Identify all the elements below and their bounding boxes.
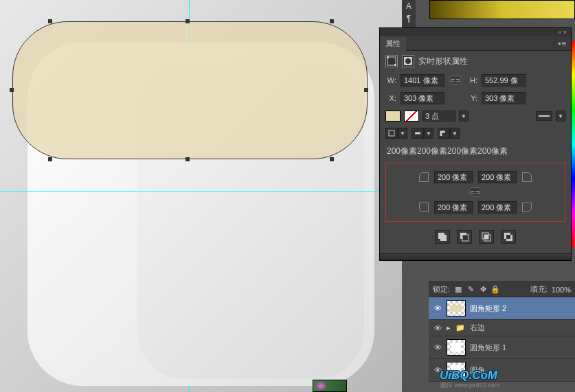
x-input[interactable]	[401, 92, 444, 104]
stroke-caps-dropdown[interactable]	[411, 128, 424, 139]
lock-pixels-icon[interactable]: ✎	[466, 286, 475, 294]
visibility-eye-icon[interactable]: 👁	[433, 324, 442, 332]
corner-tr-input[interactable]	[478, 171, 517, 183]
layer-name[interactable]: 圆角矩形 2	[470, 303, 506, 314]
anchor-point[interactable]	[330, 157, 334, 161]
fill-opacity-value[interactable]: 100%	[552, 286, 571, 294]
stroke-align-dropdown[interactable]	[385, 128, 398, 139]
fill-color-swatch[interactable]	[385, 111, 401, 122]
visibility-eye-icon[interactable]: 👁	[433, 343, 442, 351]
width-label: W:	[385, 76, 396, 84]
height-input[interactable]	[482, 74, 526, 87]
chevron-down-icon[interactable]: ▼	[424, 128, 433, 139]
anchor-point[interactable]	[48, 157, 52, 161]
corner-tl-input[interactable]	[434, 171, 473, 183]
stroke-width-dropdown-icon[interactable]: ▼	[459, 111, 469, 122]
layers-panel: 锁定: ▩ ✎ ✥ 🔒 填充: 100% 👁 圆角矩形 2 👁 ▸ 📁 右边 👁…	[429, 281, 575, 382]
shape-rounded-rect-2-selected[interactable]	[12, 21, 368, 159]
xy-row: X: Y:	[380, 89, 571, 107]
watermark-subtext: 图库 www.psd12.com	[440, 381, 499, 390]
panel-subtitle-row: 实时形状属性	[380, 51, 571, 71]
svg-rect-13	[484, 235, 488, 239]
corner-tr-icon	[522, 172, 532, 182]
pathfinder-unite-button[interactable]	[435, 230, 450, 244]
anchor-point[interactable]	[185, 157, 190, 161]
properties-panel: « × 属性 ▪≡ 实时形状属性 W: ⊂⊃ H: X: Y: ▼ ▼ ▼	[379, 27, 572, 261]
svg-rect-8	[440, 235, 447, 241]
stroke-color-swatch[interactable]	[404, 111, 419, 122]
x-label: X:	[385, 94, 396, 102]
corner-br-icon	[522, 203, 532, 212]
expand-arrow-icon[interactable]: ▸	[447, 323, 451, 332]
stroke-style-dropdown-icon[interactable]: ▼	[556, 111, 565, 122]
canvas[interactable]	[0, 0, 402, 392]
layer-row-selected[interactable]: 👁 圆角矩形 2	[429, 297, 575, 320]
layer-row[interactable]: 👁 ▸ 📁 右边	[429, 320, 575, 336]
stroke-corners-dropdown[interactable]	[438, 128, 450, 139]
taskbar-thumb	[313, 380, 347, 392]
corner-br-input[interactable]	[478, 201, 517, 214]
corner-tl-icon	[419, 172, 429, 182]
chevron-down-icon[interactable]: ▼	[398, 128, 407, 139]
y-input[interactable]	[482, 92, 526, 104]
svg-rect-10	[462, 235, 469, 241]
stroke-style-dropdown[interactable]	[536, 111, 552, 121]
layer-name[interactable]: 右边	[470, 323, 485, 333]
corner-radius-summary: 200像素200像素200像素200像素	[380, 141, 571, 161]
stroke-align-row: ▼ ▼ ▼	[380, 125, 571, 141]
color-strip[interactable]	[572, 41, 575, 247]
corner-radius-group: ⊂⊃	[385, 163, 565, 222]
pathfinder-row	[380, 223, 571, 253]
gradient-preview[interactable]	[429, 0, 575, 19]
svg-rect-5	[389, 130, 394, 136]
visibility-eye-icon[interactable]: 👁	[433, 304, 442, 312]
fill-stroke-row: ▼ ▼	[380, 107, 571, 125]
chevron-down-icon[interactable]: ▼	[450, 128, 460, 139]
panel-titlebar: 属性 ▪≡	[380, 36, 571, 51]
anchor-point[interactable]	[364, 88, 368, 92]
corner-bl-input[interactable]	[434, 201, 473, 214]
svg-point-4	[405, 58, 411, 64]
type-tool-a[interactable]: A	[402, 1, 416, 11]
watermark-logo: UiBQ.CoM	[440, 369, 497, 382]
lock-position-icon[interactable]: ✥	[479, 286, 487, 294]
pathfinder-exclude-button[interactable]	[501, 230, 516, 244]
anchor-point[interactable]	[185, 19, 190, 23]
anchor-point[interactable]	[330, 19, 334, 23]
link-wh-icon[interactable]: ⊂⊃	[449, 76, 462, 85]
panel-subtitle: 实时形状属性	[418, 56, 468, 67]
panel-collapse-icon[interactable]: « ×	[556, 29, 569, 36]
paragraph-icon[interactable]: ¶	[402, 14, 416, 23]
y-label: Y:	[466, 94, 477, 102]
pathfinder-subtract-button[interactable]	[457, 230, 472, 244]
lock-all-icon[interactable]: 🔒	[491, 286, 499, 294]
bounding-box-icon	[385, 55, 398, 67]
properties-tab[interactable]: 属性	[380, 36, 406, 51]
stroke-width-input[interactable]	[422, 111, 455, 122]
layer-name[interactable]: 圆角矩形 1	[470, 343, 506, 353]
anchor-point[interactable]	[48, 19, 52, 23]
layer-row[interactable]: 👁 圆角矩形 1	[429, 336, 575, 359]
layers-lock-row: 锁定: ▩ ✎ ✥ 🔒 填充: 100%	[429, 282, 575, 297]
width-input[interactable]	[401, 74, 444, 87]
height-label: H:	[466, 76, 477, 84]
pathfinder-intersect-button[interactable]	[479, 230, 494, 244]
lock-label: 锁定:	[433, 284, 450, 295]
svg-rect-2	[394, 64, 396, 66]
folder-icon: 📁	[455, 323, 466, 333]
layer-thumb	[447, 300, 466, 316]
svg-rect-1	[387, 56, 389, 58]
svg-rect-16	[506, 235, 510, 239]
panel-footer	[380, 253, 571, 260]
lock-transparency-icon[interactable]: ▩	[454, 286, 462, 294]
corner-bl-icon	[419, 203, 429, 212]
layer-thumb	[447, 339, 466, 356]
link-corners-icon[interactable]: ⊂⊃	[469, 187, 482, 197]
fill-opacity-label: 填充:	[530, 284, 548, 295]
anchor-point[interactable]	[10, 88, 14, 92]
wh-row: W: ⊂⊃ H:	[380, 71, 571, 89]
mask-icon	[402, 55, 414, 67]
panel-menu-icon[interactable]: ▪≡	[554, 39, 571, 47]
